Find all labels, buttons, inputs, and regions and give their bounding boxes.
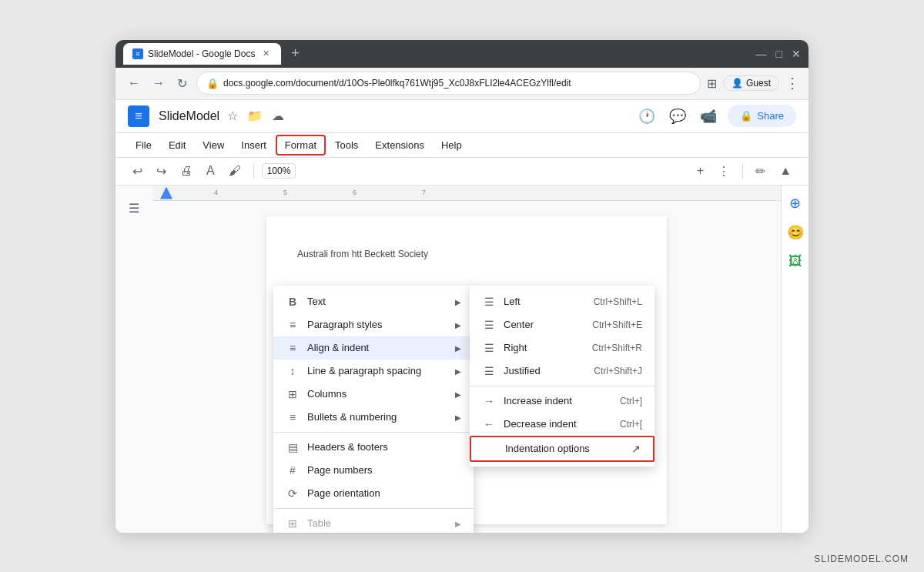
tab-title: SlideModel - Google Docs: [148, 49, 255, 59]
decrease-indent-item[interactable]: ← Decrease indent Ctrl+[: [470, 413, 654, 436]
decrease-indent-shortcut: Ctrl+[: [620, 419, 642, 430]
menu-insert[interactable]: Insert: [233, 136, 274, 154]
minimize-btn[interactable]: —: [756, 48, 767, 60]
increase-indent-item[interactable]: → Increase indent Ctrl+]: [470, 390, 654, 413]
align-center-icon: ☰: [482, 319, 496, 331]
align-justified-item[interactable]: ☰ Justified Ctrl+Shift+J: [470, 360, 654, 383]
ruler-indent-marker: [160, 187, 172, 199]
undo-btn[interactable]: ↩: [128, 161, 147, 182]
redo-btn[interactable]: ↪: [152, 161, 171, 182]
align-justified-icon: ☰: [482, 365, 496, 377]
menu-tools[interactable]: Tools: [327, 136, 366, 154]
format-headers-item[interactable]: ▤ Headers & footers: [273, 436, 474, 459]
share-lock-icon: 🔒: [740, 110, 752, 122]
format-linespacing-item[interactable]: ↕ Line & paragraph spacing: [273, 360, 474, 383]
menu-view[interactable]: View: [195, 136, 232, 154]
browser-titlebar: ≡ SlideModel - Google Docs ✕ + — □ ✕: [116, 40, 808, 68]
format-pagenumbers-item[interactable]: # Page numbers: [273, 459, 474, 482]
doc-area: ☰ 4 5 6 7 Australi from htt Beckett Soci…: [116, 186, 808, 533]
format-table-item[interactable]: ⊞ Table: [273, 512, 474, 533]
doc-filename: SlideModel: [159, 109, 219, 123]
format-dropdown: B Text ≡ Paragraph styles ≡ Align & inde…: [273, 286, 474, 533]
toolbar-divider-1: [253, 163, 254, 179]
align-right-item[interactable]: ☰ Right Ctrl+Shift+R: [470, 336, 654, 360]
dots-icon[interactable]: ⋮: [713, 161, 735, 182]
menu-file[interactable]: File: [128, 136, 159, 154]
list-mode-icon: ☰: [129, 201, 139, 216]
maximize-btn[interactable]: □: [776, 48, 782, 60]
format-align-item[interactable]: ≡ Align & indent: [273, 336, 474, 360]
align-center-label: Center: [504, 319, 534, 330]
edit-pen-icon[interactable]: ✏: [751, 161, 770, 182]
table-icon: ⊞: [286, 517, 300, 530]
doc-text: Australi from htt Beckett Society: [297, 247, 636, 262]
align-left-shortcut: Ctrl+Shift+L: [594, 296, 642, 307]
pagenumbers-icon: #: [286, 464, 300, 477]
comment-icon[interactable]: 💬: [666, 105, 689, 128]
paragraph-submenu-arrow: [455, 319, 461, 330]
menu-edit[interactable]: Edit: [161, 136, 193, 154]
plus-icon[interactable]: +: [692, 161, 708, 181]
folder-icon[interactable]: 📁: [246, 107, 264, 125]
print-btn[interactable]: 🖨: [176, 161, 197, 181]
paragraph-label: Paragraph styles: [307, 319, 383, 330]
history-icon[interactable]: 🕐: [635, 105, 658, 128]
pagenumbers-label: Page numbers: [307, 464, 373, 476]
emoji-icon[interactable]: 😊: [784, 221, 807, 244]
columns-submenu-arrow: [455, 389, 461, 400]
menu-dots-icon[interactable]: ⋮: [785, 75, 799, 92]
extensions-icon[interactable]: ⊞: [707, 76, 717, 91]
increase-indent-label: Increase indent: [504, 395, 572, 406]
url-input[interactable]: 🔒 docs.google.com/document/d/10Os-Ple0lf…: [196, 72, 701, 95]
share-button[interactable]: 🔒 Share: [728, 105, 796, 127]
columns-label: Columns: [307, 388, 346, 400]
star-icon[interactable]: ☆: [226, 107, 239, 125]
format-paragraph-item[interactable]: ≡ Paragraph styles: [273, 313, 474, 336]
guest-label: Guest: [746, 78, 771, 89]
headers-label: Headers & footers: [307, 441, 388, 453]
format-pageorientation-item[interactable]: ⟳ Page orientation: [273, 482, 474, 505]
account-icon: 👤: [732, 78, 743, 89]
indentation-options-item[interactable]: Indentation options ↗: [470, 436, 654, 462]
back-btn[interactable]: ←: [125, 73, 143, 93]
format-columns-item[interactable]: ⊞ Columns: [273, 383, 474, 406]
right-sidebar: ⊕ 😊 🖼: [781, 186, 808, 533]
lock-icon: 🔒: [206, 78, 219, 89]
guest-chip[interactable]: 👤 Guest: [723, 75, 779, 91]
menu-format[interactable]: Format: [276, 135, 326, 156]
add-comment-icon[interactable]: ⊕: [786, 192, 804, 215]
spellcheck-btn[interactable]: A: [202, 161, 219, 181]
headers-icon: ▤: [286, 441, 300, 453]
align-left-item[interactable]: ☰ Left Ctrl+Shift+L: [470, 290, 654, 313]
menu-extensions[interactable]: Extensions: [367, 136, 432, 154]
align-justified-shortcut: Ctrl+Shift+J: [594, 366, 642, 376]
align-submenu: ☰ Left Ctrl+Shift+L ☰ Center Ctrl+Shift+…: [470, 286, 654, 467]
refresh-btn[interactable]: ↻: [174, 73, 190, 94]
tab-close-btn[interactable]: ✕: [259, 48, 272, 60]
paint-format-btn[interactable]: 🖌: [224, 161, 246, 181]
format-bullets-item[interactable]: ≡ Bullets & numbering: [273, 406, 474, 429]
active-tab[interactable]: ≡ SlideModel - Google Docs ✕: [123, 43, 281, 65]
dropdown-divider-2: [273, 508, 474, 509]
zoom-level[interactable]: 100%: [262, 163, 296, 179]
decrease-indent-label: Decrease indent: [504, 418, 577, 430]
window-controls: — □ ✕: [756, 48, 801, 60]
chevron-up-icon[interactable]: ▲: [775, 161, 796, 181]
docs-logo-icon: ≡: [135, 109, 142, 123]
align-justified-label: Justified: [504, 365, 541, 376]
close-btn[interactable]: ✕: [792, 48, 801, 60]
toolbar: ↩ ↪ 🖨 A 🖌 100% + ⋮ ✏ ▲: [116, 158, 808, 186]
forward-btn[interactable]: →: [149, 73, 168, 93]
meet-icon[interactable]: 📹: [697, 105, 720, 128]
align-right-label: Right: [504, 342, 527, 353]
image-icon[interactable]: 🖼: [785, 250, 805, 273]
align-submenu-arrow: [455, 343, 461, 353]
menu-help[interactable]: Help: [434, 136, 470, 154]
menu-bar: File Edit View Insert Format Tools Exten…: [116, 133, 808, 158]
new-tab-btn[interactable]: +: [284, 43, 306, 65]
cloud-icon[interactable]: ☁: [270, 107, 286, 125]
text-submenu-arrow: [455, 296, 461, 307]
align-center-item[interactable]: ☰ Center Ctrl+Shift+E: [470, 313, 654, 336]
format-text-item[interactable]: B Text: [273, 290, 474, 313]
align-right-shortcut: Ctrl+Shift+R: [592, 343, 642, 353]
